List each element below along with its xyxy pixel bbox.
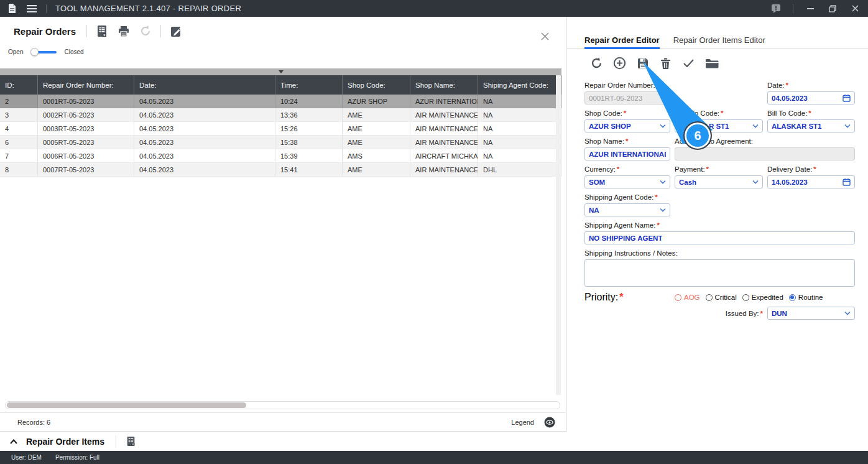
print-icon[interactable]	[117, 24, 131, 38]
toggle-closed-label: Closed	[64, 49, 83, 55]
table-row[interactable]: 8 0007RT-05-2023 04.05.2023 15:41 AME AI…	[0, 163, 561, 177]
table-row[interactable]: 7 0006RT-05-2023 04.05.2023 15:39 AMS AI…	[0, 149, 561, 163]
field-label: Shop Code:	[584, 109, 622, 117]
grid-collapse-bar[interactable]	[0, 68, 561, 75]
items-section-title: Repair Order Items	[26, 437, 104, 447]
cell-shop-name: AZUR INTERNATION...	[410, 95, 478, 108]
radio-label: Expedited	[752, 294, 783, 301]
refresh-icon[interactable]	[589, 56, 604, 70]
cell-order-number: 0005RT-05-2023	[38, 136, 134, 149]
column-header[interactable]: Date:	[134, 75, 275, 95]
legend-eye-icon[interactable]	[543, 415, 556, 429]
toolbar-separator	[86, 25, 87, 37]
field-value: SOM	[589, 179, 605, 186]
horizontal-scrollbar[interactable]	[5, 401, 560, 409]
column-header[interactable]: Shop Code:	[343, 75, 410, 95]
edit-icon[interactable]	[169, 24, 183, 38]
cell-shipping-agent: DHL	[478, 163, 561, 177]
priority-option-aog[interactable]: AOG	[675, 294, 700, 301]
cell-shipping-agent: NA	[478, 136, 561, 149]
shop-code-field: Shop Code:* AZUR SHOP	[584, 109, 670, 132]
delete-icon[interactable]	[658, 56, 673, 70]
field-label: Priority:	[584, 292, 618, 302]
restore-icon[interactable]	[827, 3, 838, 14]
cell-shipping-agent: NA	[478, 108, 561, 122]
required-marker: *	[808, 109, 811, 117]
radio-icon[interactable]	[706, 294, 713, 301]
field-label: Ship To Code:	[675, 109, 719, 117]
cell-date: 04.05.2023	[134, 108, 275, 122]
records-row: Records: 6 Legend	[0, 412, 566, 431]
required-marker: *	[626, 137, 628, 145]
cell-id: 7	[0, 149, 38, 163]
refresh-icon[interactable]	[139, 24, 152, 38]
table-row[interactable]: 3 0002RT-05-2023 04.05.2023 13:36 AME AI…	[0, 108, 561, 122]
folder-icon[interactable]	[704, 56, 719, 70]
field-label: Payment:	[675, 165, 705, 173]
shop-code-dropdown[interactable]: AZUR SHOP	[584, 119, 670, 132]
feedback-icon[interactable]	[770, 3, 782, 14]
export-excel-icon[interactable]: x	[95, 24, 109, 38]
export-excel-icon[interactable]: x	[124, 435, 137, 448]
save-icon[interactable]	[635, 56, 650, 70]
add-icon[interactable]	[612, 56, 627, 70]
issued-by-dropdown[interactable]: DUN	[767, 307, 855, 320]
radio-icon[interactable]	[789, 294, 796, 301]
column-header[interactable]: ID:	[0, 75, 38, 95]
close-icon[interactable]	[849, 3, 861, 14]
chevron-down-icon	[750, 180, 759, 184]
required-marker: *	[657, 81, 659, 89]
priority-option-expedited[interactable]: Expedited	[742, 294, 783, 301]
field-label: Currency:	[584, 165, 616, 173]
title-bar: TOOL MANAGEMENT 2.1.407 - REPAIR ORDER	[0, 0, 868, 17]
table-row[interactable]: 4 0003RT-05-2023 04.05.2023 15:26 AME AI…	[0, 122, 561, 136]
status-user: User: DEM	[11, 454, 42, 461]
close-panel-icon[interactable]	[538, 29, 552, 43]
table-row[interactable]: 2 0001RT-05-2023 04.05.2023 10:24 AZUR S…	[0, 95, 561, 108]
open-closed-toggle[interactable]	[30, 48, 57, 56]
tab-repair-order-editor[interactable]: Repair Order Editor	[584, 33, 660, 49]
collapse-chevron-icon[interactable]	[9, 437, 19, 447]
table-row[interactable]: 6 0005RT-05-2023 04.05.2023 15:38 AME AI…	[0, 136, 561, 149]
payment-dropdown[interactable]: Cash	[675, 175, 763, 188]
shop-name-input[interactable]: AZUR INTERNATIONAL COM	[584, 147, 670, 160]
column-header[interactable]: Shiping Agent Code:	[478, 75, 561, 95]
toggle-knob[interactable]	[30, 48, 39, 56]
confirm-icon[interactable]	[681, 56, 696, 70]
document-icon[interactable]	[6, 3, 17, 14]
field-label: Repair Order Number:	[584, 81, 655, 89]
repair-order-items-section: Repair Order Items x	[0, 431, 566, 451]
minimize-icon[interactable]	[805, 3, 816, 14]
shipping-notes-textarea[interactable]	[584, 259, 855, 287]
priority-option-routine[interactable]: Routine	[789, 294, 823, 301]
cell-shipping-agent: NA	[478, 149, 561, 163]
delivery-date-input[interactable]: 14.05.2023	[767, 175, 855, 188]
shipping-agent-code-dropdown[interactable]: NA	[584, 203, 670, 216]
scrollbar-thumb[interactable]	[7, 402, 246, 408]
field-value: AZUR SHOP	[589, 123, 631, 130]
shipping-agent-name-input[interactable]: NO SHIPPING AGENT	[584, 231, 855, 244]
date-input[interactable]: 04.05.2023	[767, 91, 855, 104]
calendar-icon[interactable]	[840, 94, 851, 102]
radio-icon[interactable]	[675, 294, 681, 301]
calendar-icon[interactable]	[840, 178, 851, 186]
menu-icon[interactable]	[26, 3, 37, 14]
toolbar-separator	[116, 435, 116, 448]
column-header[interactable]: Shop Name:	[410, 75, 478, 95]
shipping-agent-name-field: Shipping Agent Name:* NO SHIPPING AGENT	[584, 221, 855, 244]
bill-to-code-dropdown[interactable]: ALASKAR ST1	[767, 119, 855, 132]
cell-shop-name: AIR MAINTENANCE E...	[410, 136, 478, 149]
currency-dropdown[interactable]: SOM	[584, 175, 670, 188]
radio-icon[interactable]	[742, 294, 749, 301]
chevron-down-icon	[657, 208, 666, 212]
toolbar-separator	[160, 25, 161, 37]
cell-shop-name: AIR MAINTENANCE E...	[410, 163, 478, 177]
column-header[interactable]: Repair Order Number:	[38, 75, 134, 95]
tab-repair-order-items-editor[interactable]: Repair Order Items Editor	[673, 33, 765, 49]
column-header[interactable]: Time:	[275, 75, 343, 95]
priority-option-critical[interactable]: Critical	[706, 294, 737, 301]
cell-time: 15:39	[275, 149, 343, 163]
chevron-down-icon	[657, 180, 666, 184]
cell-date: 04.05.2023	[134, 136, 275, 149]
cell-date: 04.05.2023	[134, 163, 275, 177]
